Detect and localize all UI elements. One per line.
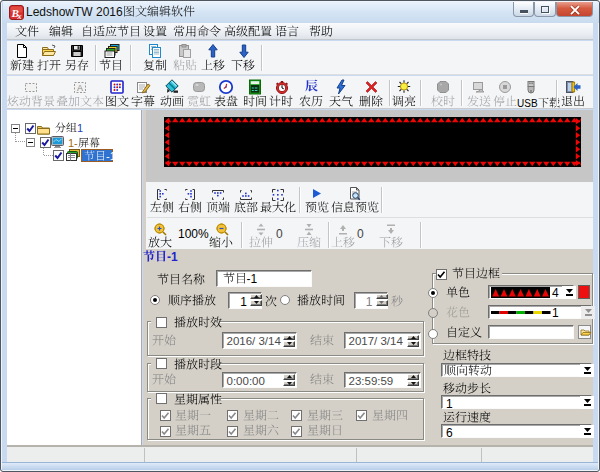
svg-text:A: A: [77, 83, 83, 93]
svg-text:x: x: [17, 12, 22, 21]
